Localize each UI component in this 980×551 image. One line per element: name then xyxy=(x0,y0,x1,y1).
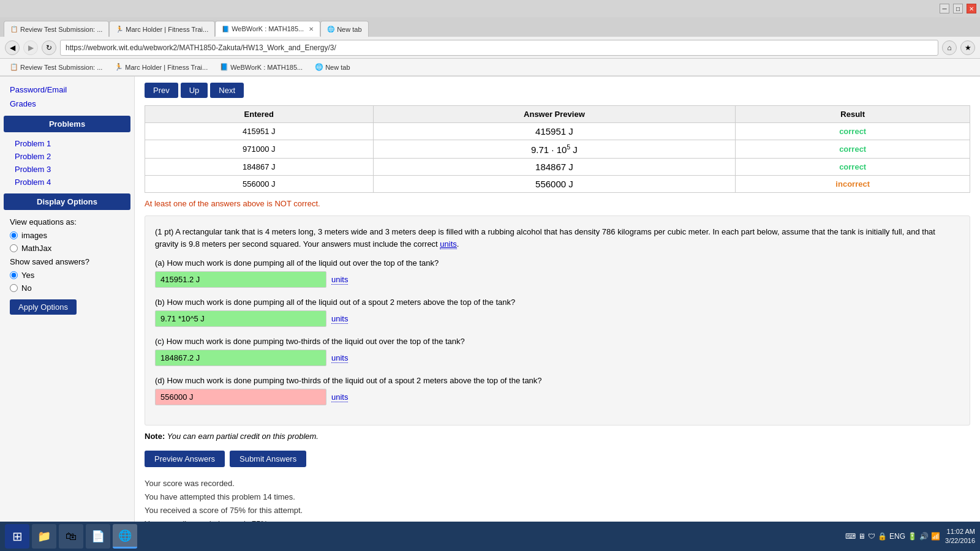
preview-4: 556000 J xyxy=(373,176,736,193)
note: Note: You can earn partial credit on thi… xyxy=(145,432,970,441)
part-c-units-link[interactable]: units xyxy=(331,353,348,363)
prev-button[interactable]: Prev xyxy=(145,83,178,98)
main-area: Password/Email Grades Problems Problem 1… xyxy=(0,77,980,522)
tab-review[interactable]: 📋 Review Test Submission: ... xyxy=(4,21,109,37)
refresh-button[interactable]: ↻ xyxy=(42,40,56,55)
maximize-button[interactable]: □ xyxy=(953,4,963,13)
table-row: 415951 J 415951 J correct xyxy=(145,123,970,140)
part-a-question: (a) How much work is done pumping all of… xyxy=(155,258,960,268)
part-a-answer-row: units xyxy=(155,271,960,288)
eq-radio-mathjax[interactable] xyxy=(10,244,18,252)
tab-label-webwork: WeBWorK : MATH185... xyxy=(232,25,304,32)
bookmark-label-review: Review Test Submission: ... xyxy=(20,64,102,71)
part-b-answer-row: units xyxy=(155,310,960,327)
bookmark-favicon-newtab: 🌐 xyxy=(315,63,323,71)
col-header-entered: Entered xyxy=(145,106,374,123)
sidebar-item-problem1[interactable]: Problem 1 xyxy=(0,137,134,150)
saved-label-no: No xyxy=(21,283,32,293)
minimize-button[interactable]: ─ xyxy=(940,4,949,13)
tab-webwork[interactable]: 📘 WeBWorK : MATH185... ✕ xyxy=(215,21,320,37)
url-input[interactable] xyxy=(60,40,938,56)
result-1: correct xyxy=(736,123,970,140)
units-link[interactable]: units xyxy=(440,239,456,249)
sidebar-link-password[interactable]: Password/Email xyxy=(0,83,134,97)
show-saved-no[interactable]: No xyxy=(4,282,130,294)
tab-label-review: Review Test Submission: ... xyxy=(20,26,102,33)
preview-2: 9.71 · 105 J xyxy=(373,140,736,159)
preview-answers-button[interactable]: Preview Answers xyxy=(145,451,225,467)
part-d-input[interactable] xyxy=(155,389,326,405)
submit-answers-button[interactable]: Submit Answers xyxy=(230,451,306,467)
tab-marc[interactable]: 🏃 Marc Holder | Fitness Trai... xyxy=(109,21,215,37)
table-row: 556000 J 556000 J incorrect xyxy=(145,176,970,193)
tab-label-marc: Marc Holder | Fitness Trai... xyxy=(126,26,208,33)
part-c-input[interactable] xyxy=(155,350,326,366)
part-a-input[interactable] xyxy=(155,271,326,288)
score-line-1: Your score was recorded. xyxy=(145,477,970,490)
part-c-question: (c) How much work is done pumping two-th… xyxy=(155,337,960,346)
part-b-units-link[interactable]: units xyxy=(331,314,348,324)
eq-option-mathjax[interactable]: MathJax xyxy=(4,242,130,255)
part-a-units-link[interactable]: units xyxy=(331,275,348,285)
col-header-preview: Answer Preview xyxy=(373,106,736,123)
part-d-units-link[interactable]: units xyxy=(331,392,348,402)
bookmark-button[interactable]: ★ xyxy=(960,40,975,55)
browser-chrome: ─ □ ✕ 📋 Review Test Submission: ... 🏃 Ma… xyxy=(0,0,980,77)
result-3: correct xyxy=(736,159,970,176)
sidebar-item-problem3[interactable]: Problem 3 xyxy=(0,163,134,176)
bookmark-favicon-marc: 🏃 xyxy=(115,63,123,71)
eq-radio-images[interactable] xyxy=(10,231,18,239)
bookmarks-bar: 📋 Review Test Submission: ... 🏃 Marc Hol… xyxy=(0,59,980,76)
part-b-question: (b) How much work is done pumping all of… xyxy=(155,298,960,307)
result-2: correct xyxy=(736,140,970,159)
tab-bar: 📋 Review Test Submission: ... 🏃 Marc Hol… xyxy=(0,17,980,37)
sidebar-display-options-header: Display Options xyxy=(4,193,130,210)
bookmark-favicon-webwork: 📘 xyxy=(220,63,228,71)
score-line-2: You have attempted this problem 14 times… xyxy=(145,490,970,504)
show-saved-yes[interactable]: Yes xyxy=(4,269,130,282)
bookmark-webwork[interactable]: 📘 WeBWorK : MATH185... xyxy=(215,62,307,72)
up-button[interactable]: Up xyxy=(181,83,208,98)
problem-description: (1 pt) A rectangular tank that is 4 mete… xyxy=(155,226,960,250)
saved-label-yes: Yes xyxy=(21,271,34,280)
next-button[interactable]: Next xyxy=(210,83,244,98)
tab-newtab[interactable]: 🌐 New tab xyxy=(320,21,368,37)
not-correct-message: At least one of the answers above is NOT… xyxy=(145,199,970,208)
bookmark-favicon-review: 📋 xyxy=(10,63,18,71)
result-4: incorrect xyxy=(736,176,970,193)
entered-2: 971000 J xyxy=(145,140,374,159)
preview-3: 184867 J xyxy=(373,159,736,176)
page-nav-buttons: Prev Up Next xyxy=(145,83,970,98)
content-area: Prev Up Next Entered Answer Preview Resu… xyxy=(135,77,980,522)
bookmark-review[interactable]: 📋 Review Test Submission: ... xyxy=(5,62,107,72)
entered-4: 556000 J xyxy=(145,176,374,193)
sidebar-item-problem4[interactable]: Problem 4 xyxy=(0,176,134,189)
entered-3: 184867 J xyxy=(145,159,374,176)
eq-option-images[interactable]: images xyxy=(4,229,130,242)
home-button[interactable]: ⌂ xyxy=(942,40,957,55)
bookmark-label-newtab: New tab xyxy=(325,64,350,71)
note-label: Note: xyxy=(145,432,165,441)
col-header-result: Result xyxy=(736,106,970,123)
apply-options-button[interactable]: Apply Options xyxy=(10,299,77,315)
sidebar-link-grades[interactable]: Grades xyxy=(0,97,134,111)
eq-label-mathjax: MathJax xyxy=(21,244,51,253)
display-options-panel: View equations as: images MathJax Show s… xyxy=(4,215,130,315)
tab-favicon-marc: 🏃 xyxy=(116,26,123,32)
saved-radio-no[interactable] xyxy=(10,284,18,292)
bookmark-newtab[interactable]: 🌐 New tab xyxy=(310,62,355,72)
title-bar-buttons: ─ □ ✕ xyxy=(940,4,976,13)
bookmark-marc[interactable]: 🏃 Marc Holder | Fitness Trai... xyxy=(110,62,213,72)
title-bar: ─ □ ✕ xyxy=(0,0,980,17)
taskbar: ⊞ 📁 🛍 📄 🌐 ⌨ 🖥 🛡 🔒 ENG 🔋 🔊 📶 11:02 AM 3/2… xyxy=(0,522,980,522)
part-b-input[interactable] xyxy=(155,310,326,327)
sidebar-item-problem2[interactable]: Problem 2 xyxy=(0,150,134,163)
eq-label-images: images xyxy=(21,231,47,240)
close-button[interactable]: ✕ xyxy=(967,4,976,13)
address-bar: ◀ ▶ ↻ ⌂ ★ xyxy=(0,37,980,59)
tab-close-webwork[interactable]: ✕ xyxy=(309,26,314,32)
sidebar-problems-header: Problems xyxy=(4,116,130,132)
saved-radio-yes[interactable] xyxy=(10,271,18,279)
back-button[interactable]: ◀ xyxy=(5,40,20,55)
forward-button[interactable]: ▶ xyxy=(23,40,38,55)
